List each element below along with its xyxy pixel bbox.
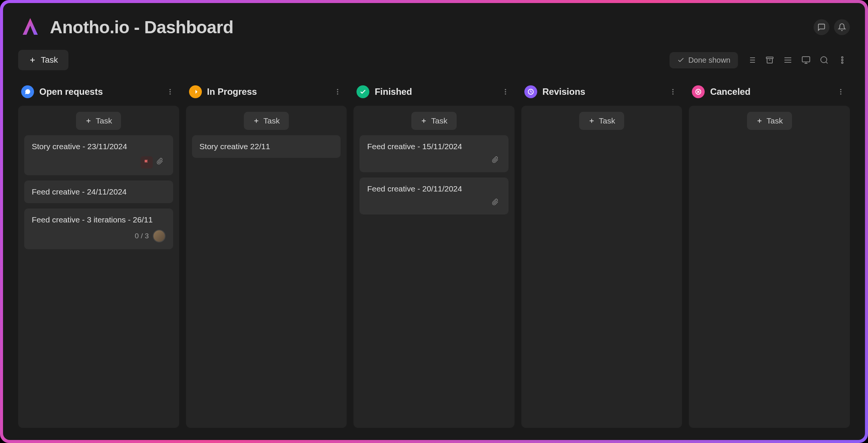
svg-point-47 xyxy=(840,93,841,94)
new-task-label: Task xyxy=(41,55,58,65)
svg-rect-13 xyxy=(802,57,810,62)
column-body: Task xyxy=(521,106,682,428)
svg-point-27 xyxy=(337,91,338,92)
svg-point-37 xyxy=(673,89,674,90)
attachment-icon xyxy=(492,156,501,165)
subtask-count: 0 / 3 xyxy=(135,232,149,240)
flag-icon xyxy=(141,156,153,168)
new-task-button[interactable]: Task xyxy=(18,50,68,70)
svg-point-32 xyxy=(505,91,506,92)
add-task-label: Task xyxy=(96,116,112,125)
column-menu-icon[interactable] xyxy=(667,86,679,98)
svg-point-38 xyxy=(673,91,674,92)
card-title: Feed creative - 20/11/2024 xyxy=(367,184,501,193)
search-icon[interactable] xyxy=(817,52,832,68)
page-title: Anotho.io - Dashboard xyxy=(50,17,233,37)
svg-point-39 xyxy=(673,93,674,94)
column-title: Finished xyxy=(375,86,412,97)
status-dot-finished xyxy=(356,85,369,98)
column-menu-icon[interactable] xyxy=(835,86,847,98)
svg-line-17 xyxy=(826,62,828,63)
svg-point-46 xyxy=(840,91,841,92)
add-task-label: Task xyxy=(767,116,783,125)
card-title: Feed creative - 3 iterations - 26/11 xyxy=(32,215,166,224)
bell-icon[interactable] xyxy=(834,19,850,35)
task-card[interactable]: Story creative 22/11 xyxy=(192,135,341,158)
status-dot-canceled xyxy=(692,85,705,98)
svg-point-28 xyxy=(337,93,338,94)
archive-icon[interactable] xyxy=(762,52,777,68)
add-task-button[interactable]: Task xyxy=(411,112,456,130)
card-title: Feed creative - 15/11/2024 xyxy=(367,142,501,151)
svg-point-20 xyxy=(842,62,843,63)
column-body: TaskFeed creative - 15/11/2024Feed creat… xyxy=(353,106,515,428)
column-title: Open requests xyxy=(39,86,103,97)
column-menu-icon[interactable] xyxy=(499,86,512,98)
done-shown-label: Done shown xyxy=(688,56,730,65)
done-shown-toggle[interactable]: Done shown xyxy=(670,52,738,68)
column-canceled: Canceled Task xyxy=(689,85,850,428)
task-card[interactable]: Feed creative - 20/11/2024 xyxy=(360,178,508,215)
svg-point-31 xyxy=(505,89,506,90)
column-body: Task xyxy=(689,106,850,428)
more-vertical-icon[interactable] xyxy=(835,52,850,68)
add-task-button[interactable]: Task xyxy=(244,112,289,130)
status-dot-revisions xyxy=(524,85,537,98)
svg-point-23 xyxy=(169,93,170,94)
column-progress: In Progress TaskStory creative 22/11 xyxy=(186,85,347,428)
status-dot-open xyxy=(21,85,34,98)
chat-icon[interactable] xyxy=(814,19,829,35)
column-body: TaskStory creative 22/11 xyxy=(186,106,347,428)
svg-point-22 xyxy=(169,91,170,92)
task-card[interactable]: Feed creative - 15/11/2024 xyxy=(360,135,508,172)
column-menu-icon[interactable] xyxy=(332,86,344,98)
task-card[interactable]: Story creative - 23/11/2024 xyxy=(24,135,173,175)
column-title: Canceled xyxy=(710,86,750,97)
add-task-label: Task xyxy=(431,116,447,125)
card-title: Story creative - 23/11/2024 xyxy=(32,142,166,151)
column-title: In Progress xyxy=(207,86,257,97)
svg-rect-8 xyxy=(766,57,773,59)
svg-point-45 xyxy=(840,89,841,90)
attachment-icon xyxy=(492,199,501,208)
svg-point-18 xyxy=(842,57,843,58)
attachment-icon xyxy=(157,158,166,167)
add-task-label: Task xyxy=(264,116,280,125)
column-finished: Finished TaskFeed creative - 15/11/2024F… xyxy=(353,85,515,428)
add-task-button[interactable]: Task xyxy=(76,112,121,130)
status-dot-progress xyxy=(189,85,202,98)
column-title: Revisions xyxy=(542,86,585,97)
svg-point-16 xyxy=(821,57,827,63)
column-body: TaskStory creative - 23/11/2024Feed crea… xyxy=(18,106,179,428)
card-title: Story creative 22/11 xyxy=(200,142,333,151)
card-title: Feed creative - 24/11/2024 xyxy=(32,187,166,196)
column-menu-icon[interactable] xyxy=(164,86,176,98)
task-card[interactable]: Feed creative - 3 iterations - 26/110 / … xyxy=(24,208,173,249)
add-task-button[interactable]: Task xyxy=(579,112,624,130)
avatar xyxy=(153,230,166,242)
svg-point-21 xyxy=(169,89,170,90)
svg-point-26 xyxy=(337,89,338,90)
list-view-icon[interactable] xyxy=(744,52,759,68)
svg-point-19 xyxy=(842,59,843,61)
app-logo xyxy=(18,15,42,39)
task-card[interactable]: Feed creative - 24/11/2024 xyxy=(24,181,173,203)
svg-point-33 xyxy=(505,93,506,94)
column-open: Open requests TaskStory creative - 23/11… xyxy=(18,85,179,428)
monitor-icon[interactable] xyxy=(798,52,814,68)
add-task-label: Task xyxy=(599,116,615,125)
column-revisions: Revisions Task xyxy=(521,85,682,428)
menu-icon[interactable] xyxy=(780,52,795,68)
add-task-button[interactable]: Task xyxy=(747,112,792,130)
